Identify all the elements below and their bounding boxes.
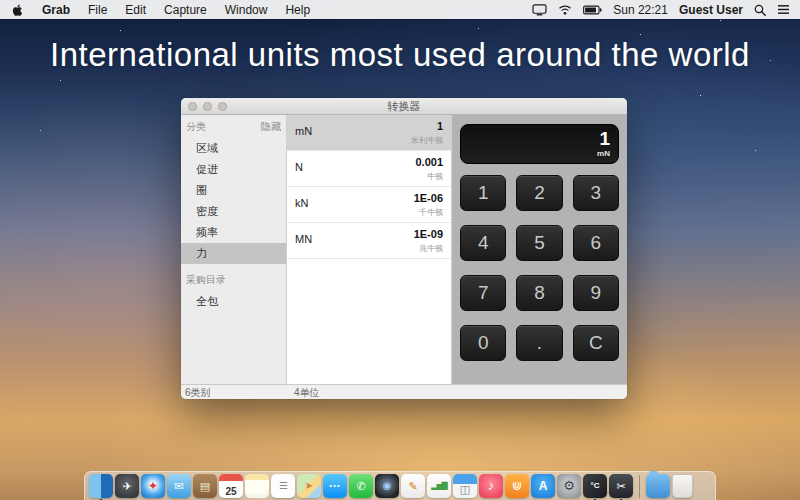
sidebar-item-full-package[interactable]: 全包	[181, 291, 286, 312]
search-icon	[754, 4, 766, 16]
scissors-glyph: ✂	[616, 480, 625, 492]
menu-item-window[interactable]: Window	[225, 3, 268, 17]
spotlight-menu-extra[interactable]	[754, 4, 766, 16]
contacts-glyph: ▤	[200, 480, 210, 492]
unit-name: 兆牛顿	[419, 243, 443, 254]
key-5[interactable]: 5	[516, 225, 562, 261]
unit-name: 千牛顿	[419, 207, 443, 218]
mail-glyph: ✉	[174, 480, 183, 492]
sidebar-item-area[interactable]: 区域	[181, 138, 286, 159]
unit-row-mn[interactable]: mN 1 米利牛顿	[287, 115, 451, 151]
facetime-icon[interactable]: ✆	[349, 474, 373, 498]
window-titlebar[interactable]: 转换器	[181, 98, 627, 115]
menu-item-file[interactable]: File	[88, 3, 107, 17]
notification-center-menu-extra[interactable]	[777, 4, 790, 15]
wifi-menu-extra[interactable]	[558, 4, 572, 15]
unit-converter-icon[interactable]: °C	[583, 474, 607, 498]
mail-icon[interactable]: ✉	[167, 474, 191, 498]
numbers-icon[interactable]: ▂▅▇	[427, 474, 451, 498]
units-count: 4单位	[294, 386, 320, 399]
ibooks-icon[interactable]: ⋓	[505, 474, 529, 498]
key-9[interactable]: 9	[573, 275, 619, 311]
ibooks-glyph: ⋓	[512, 479, 522, 493]
safari-icon[interactable]: ✦	[141, 474, 165, 498]
itunes-icon[interactable]: ♪	[479, 474, 503, 498]
safari-glyph: ✦	[148, 479, 158, 493]
keynote-icon[interactable]: ◫	[453, 474, 477, 498]
key-8[interactable]: 8	[516, 275, 562, 311]
system-preferences-icon[interactable]: ⚙	[557, 474, 581, 498]
key-1[interactable]: 1	[460, 175, 506, 211]
menu-item-grab[interactable]: Grab	[42, 3, 70, 17]
calendar-day-label: 25	[225, 486, 236, 497]
menu-item-capture[interactable]: Capture	[164, 3, 207, 17]
unit-row-mn-mega[interactable]: MN 1E-09 兆牛顿	[287, 223, 451, 259]
sidebar-item-frequency[interactable]: 频率	[181, 222, 286, 243]
downloads-folder-icon[interactable]	[646, 474, 670, 498]
clock[interactable]: Sun 22:21	[613, 3, 668, 17]
key-4[interactable]: 4	[460, 225, 506, 261]
key-2[interactable]: 2	[516, 175, 562, 211]
numbers-glyph: ▂▅▇	[431, 481, 446, 490]
unit-value: 1E-06	[414, 192, 443, 204]
key-0[interactable]: 0	[460, 325, 506, 361]
apple-menu[interactable]	[12, 3, 24, 17]
display-icon	[532, 4, 547, 16]
unit-name: 牛顿	[427, 171, 443, 182]
pages-icon[interactable]: ✎	[401, 474, 425, 498]
sidebar-item-acceleration[interactable]: 促进	[181, 159, 286, 180]
photo-booth-glyph: ◉	[383, 480, 392, 491]
converter-glyph: °C	[591, 481, 600, 490]
notification-center-icon	[777, 4, 790, 15]
messages-glyph: …	[329, 476, 342, 490]
unit-symbol: kN	[295, 197, 308, 209]
battery-icon	[583, 5, 602, 15]
key-3[interactable]: 3	[573, 175, 619, 211]
user-menu[interactable]: Guest User	[679, 3, 743, 17]
launchpad-glyph: ✈	[122, 480, 131, 492]
maps-icon[interactable]: ➤	[297, 474, 321, 498]
photo-booth-icon[interactable]: ◉	[375, 474, 399, 498]
battery-menu-extra[interactable]	[583, 5, 602, 15]
contacts-icon[interactable]: ▤	[193, 474, 217, 498]
menu-item-edit[interactable]: Edit	[125, 3, 146, 17]
sidebar-header: 分类	[186, 120, 206, 134]
unit-name: 米利牛顿	[411, 135, 443, 146]
display-menu-extra[interactable]	[532, 4, 547, 16]
keynote-glyph: ◫	[460, 483, 470, 495]
unit-symbol: MN	[295, 233, 312, 245]
gear-glyph: ⚙	[563, 478, 575, 493]
launchpad-icon[interactable]: ✈	[115, 474, 139, 498]
app-store-icon[interactable]: A	[531, 474, 555, 498]
sidebar-item-force[interactable]: 力	[181, 243, 286, 264]
sidebar-item-angle[interactable]: 圈	[181, 180, 286, 201]
category-sidebar: 分类 隐藏 区域 促进 圈 密度 频率 力 采购目录 全包	[181, 115, 287, 384]
calculator-panel: 1 mN 1 2 3 4 5 6 7 8 9 0 . C	[452, 115, 627, 384]
menu-item-help[interactable]: Help	[285, 3, 310, 17]
key-decimal[interactable]: .	[516, 325, 562, 361]
keypad: 1 2 3 4 5 6 7 8 9 0 . C	[460, 175, 619, 361]
window-title: 转换器	[181, 99, 627, 114]
sidebar-item-density[interactable]: 密度	[181, 201, 286, 222]
calendar-icon[interactable]: 25	[219, 474, 243, 498]
unit-row-kn[interactable]: kN 1E-06 千牛顿	[287, 187, 451, 223]
display-value: 1	[469, 128, 610, 149]
hide-button[interactable]: 隐藏	[261, 120, 281, 134]
messages-icon[interactable]: …	[323, 474, 347, 498]
trash-icon[interactable]	[672, 474, 693, 498]
grab-icon[interactable]: ✂	[609, 474, 633, 498]
finder-icon[interactable]	[89, 474, 113, 498]
sidebar-section-purchases: 采购目录	[181, 264, 286, 291]
display-unit: mN	[469, 149, 610, 158]
facetime-glyph: ✆	[356, 480, 365, 492]
unit-row-n[interactable]: N 0.001 牛顿	[287, 151, 451, 187]
categories-count: 6类别	[185, 386, 211, 399]
notes-icon[interactable]	[245, 474, 269, 498]
reminders-icon[interactable]: ☰	[271, 474, 295, 498]
dock-separator	[639, 475, 640, 498]
key-7[interactable]: 7	[460, 275, 506, 311]
menu-bar: Grab File Edit Capture Window Help Sun 2…	[0, 0, 800, 19]
key-clear[interactable]: C	[573, 325, 619, 361]
desktop-heading: International units most used around the…	[0, 36, 800, 74]
key-6[interactable]: 6	[573, 225, 619, 261]
